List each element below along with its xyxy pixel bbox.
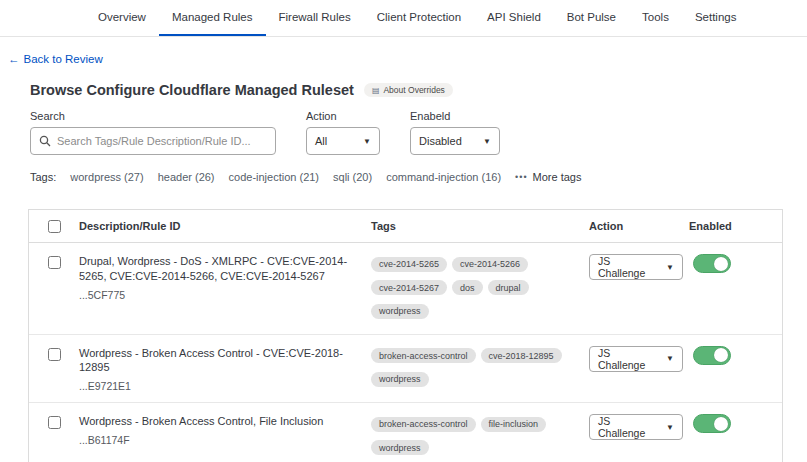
chevron-down-icon: ▼ xyxy=(363,137,371,146)
rule-description: Drupal, Wordpress - DoS - XMLRPC - CVE:C… xyxy=(79,254,371,284)
table-body: Drupal, Wordpress - DoS - XMLRPC - CVE:C… xyxy=(29,243,782,462)
tab-bot-pulse[interactable]: Bot Pulse xyxy=(554,0,629,36)
tab-overview[interactable]: Overview xyxy=(85,0,159,36)
search-input[interactable] xyxy=(57,135,267,147)
action-value: JS Challenge xyxy=(598,415,660,439)
action-value: JS Challenge xyxy=(598,255,660,279)
enabled-filter-value: Disabled xyxy=(419,135,462,147)
search-box xyxy=(30,127,276,155)
tab-managed-rules[interactable]: Managed Rules xyxy=(159,0,266,36)
enabled-toggle[interactable] xyxy=(693,346,731,365)
tab-tools[interactable]: Tools xyxy=(629,0,682,36)
toggle-knob xyxy=(714,417,728,431)
rules-table: Description/Rule ID Tags Action Enabled … xyxy=(28,209,783,462)
rule-enabled-cell xyxy=(689,254,782,273)
rule-action-cell: JS Challenge ▼ xyxy=(589,254,689,280)
chevron-down-icon: ▼ xyxy=(483,137,491,146)
tag-pill: cve-2014-5267 xyxy=(371,280,447,295)
tag-filter-5[interactable]: command-injection (16) xyxy=(386,171,501,183)
tag-filter-4[interactable]: sqli (20) xyxy=(333,171,372,183)
rule-enabled-cell xyxy=(689,346,782,365)
row-checkbox[interactable] xyxy=(48,348,61,361)
tab-firewall-rules[interactable]: Firewall Rules xyxy=(266,0,364,36)
enabled-toggle[interactable] xyxy=(693,414,731,433)
column-header-tags: Tags xyxy=(371,220,589,232)
more-tags-link[interactable]: ••• More tags xyxy=(515,171,581,183)
rule-action-cell: JS Challenge ▼ xyxy=(589,346,689,372)
back-link[interactable]: ← Back to Review xyxy=(8,53,103,65)
more-tags-label: More tags xyxy=(533,171,582,183)
column-header-enabled: Enabled xyxy=(689,220,782,232)
table-row: Wordpress - Broken Access Control - CVE:… xyxy=(29,335,782,404)
title-row: Browse Configure Cloudflare Managed Rule… xyxy=(30,82,783,98)
tag-pill: wordpress xyxy=(371,372,429,387)
row-checkbox-cell xyxy=(29,414,79,429)
rule-cell: Wordpress - Broken Access Control, File … xyxy=(79,414,371,446)
table-header: Description/Rule ID Tags Action Enabled xyxy=(29,210,782,243)
tag-pill: wordpress xyxy=(371,440,429,455)
ellipsis-icon: ••• xyxy=(515,172,527,182)
tag-pill: dos xyxy=(452,280,483,295)
select-all-checkbox[interactable] xyxy=(48,220,61,233)
chevron-down-icon: ▼ xyxy=(666,423,674,432)
tag-pill: wordpress xyxy=(371,304,429,319)
rule-enabled-cell xyxy=(689,414,782,433)
row-checkbox[interactable] xyxy=(48,256,61,269)
about-overrides-badge[interactable]: ▤ About Overrides xyxy=(364,83,453,97)
enabled-filter-label: Enabeld xyxy=(410,110,500,122)
action-value: JS Challenge xyxy=(598,347,660,371)
tag-filter-2[interactable]: header (26) xyxy=(158,171,215,183)
tag-pill: cve-2014-5265 xyxy=(371,257,447,272)
table-row: Drupal, Wordpress - DoS - XMLRPC - CVE:C… xyxy=(29,243,782,335)
action-select[interactable]: JS Challenge ▼ xyxy=(589,346,683,372)
tag-filter-3[interactable]: code-injection (21) xyxy=(229,171,320,183)
row-checkbox-cell xyxy=(29,346,79,361)
rule-tags: broken-access-controlfile-inclusionwordp… xyxy=(371,413,589,460)
managed-rules-page: Overview Managed Rules Firewall Rules Cl… xyxy=(0,0,807,462)
enabled-filter-select[interactable]: Disabled ▼ xyxy=(410,127,500,155)
action-filter-label: Action xyxy=(306,110,380,122)
book-icon: ▤ xyxy=(372,86,380,95)
filters-bar: Search Action All ▼ Enabeld xyxy=(30,110,783,155)
tags-bar: Tags: wordpress (27) header (26) code-in… xyxy=(30,171,783,183)
action-select[interactable]: JS Challenge ▼ xyxy=(589,414,683,440)
rule-id: ...E9721E1 xyxy=(79,380,371,392)
enabled-filter-group: Enabeld Disabled ▼ xyxy=(410,110,500,155)
toggle-knob xyxy=(714,257,728,271)
tab-api-shield[interactable]: API Shield xyxy=(474,0,554,36)
action-filter-value: All xyxy=(315,135,327,147)
action-filter-select[interactable]: All ▼ xyxy=(306,127,380,155)
tag-pill: drupal xyxy=(488,280,529,295)
tag-pill: cve-2018-12895 xyxy=(481,348,562,363)
tag-pill: broken-access-control xyxy=(371,348,476,363)
tag-pill: cve-2014-5266 xyxy=(452,257,528,272)
column-header-action: Action xyxy=(589,220,689,232)
row-checkbox[interactable] xyxy=(48,416,61,429)
about-overrides-label: About Overrides xyxy=(383,85,444,95)
toggle-knob xyxy=(714,348,728,362)
tab-client-protection[interactable]: Client Protection xyxy=(364,0,474,36)
tag-filter-1[interactable]: wordpress (27) xyxy=(70,171,143,183)
tab-settings[interactable]: Settings xyxy=(682,0,750,36)
rule-tags: broken-access-controlcve-2018-12895wordp… xyxy=(371,345,589,392)
rule-cell: Drupal, Wordpress - DoS - XMLRPC - CVE:C… xyxy=(79,254,371,301)
search-filter-group: Search xyxy=(30,110,276,155)
rule-tags: cve-2014-5265cve-2014-5266cve-2014-5267d… xyxy=(371,253,589,324)
tags-label: Tags: xyxy=(30,171,56,183)
rule-id: ...5CF775 xyxy=(79,289,371,301)
arrow-left-icon: ← xyxy=(8,53,20,65)
action-select[interactable]: JS Challenge ▼ xyxy=(589,254,683,280)
top-navigation: Overview Managed Rules Firewall Rules Cl… xyxy=(0,0,807,37)
search-icon xyxy=(39,135,51,147)
enabled-toggle[interactable] xyxy=(693,254,731,273)
column-header-description: Description/Rule ID xyxy=(79,220,371,232)
search-label: Search xyxy=(30,110,276,122)
page-content: Browse Configure Cloudflare Managed Rule… xyxy=(0,82,807,462)
action-filter-group: Action All ▼ xyxy=(306,110,380,155)
table-row: Wordpress - Broken Access Control, File … xyxy=(29,403,782,462)
rule-action-cell: JS Challenge ▼ xyxy=(589,414,689,440)
chevron-down-icon: ▼ xyxy=(666,263,674,272)
tag-pill: file-inclusion xyxy=(481,417,547,432)
rule-description: Wordpress - Broken Access Control - CVE:… xyxy=(79,346,371,376)
row-checkbox-cell xyxy=(29,254,79,269)
